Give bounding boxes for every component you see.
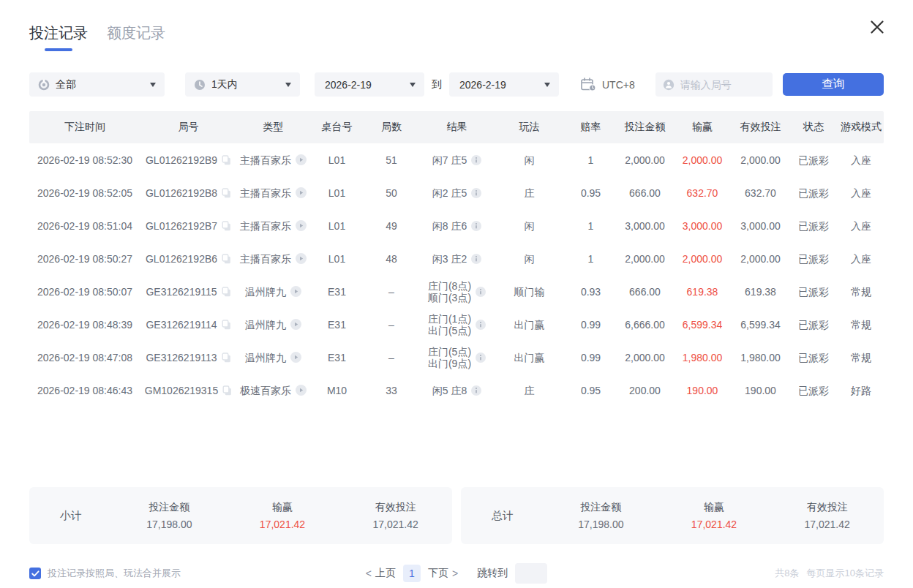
table-number-value: L01 — [328, 220, 345, 232]
table-number-value: L01 — [328, 154, 345, 166]
round-search-input[interactable] — [680, 79, 767, 91]
win-loss: 619.38 — [672, 286, 732, 298]
total-label: 总计 — [461, 509, 544, 523]
table-number-value: E31 — [328, 286, 346, 298]
next-arrow: > — [452, 568, 458, 579]
odds-value: 0.95 — [581, 385, 601, 396]
play-icon[interactable] — [290, 319, 301, 330]
play-icon[interactable] — [296, 154, 307, 165]
date-from-value: 2026-2-19 — [325, 79, 372, 91]
bet-time: 2026-02-19 08:52:05 — [29, 187, 140, 199]
table-row: 2026-02-19 08:50:27GL01262192B6主播百家乐L014… — [29, 242, 884, 275]
odds: 0.95 — [564, 187, 617, 199]
copy-icon[interactable] — [222, 385, 232, 396]
info-icon[interactable] — [471, 385, 481, 396]
copy-icon[interactable] — [222, 155, 231, 165]
play-icon[interactable] — [290, 352, 301, 363]
jump-to-input[interactable] — [515, 563, 547, 584]
round-id-value: GE3126219115 — [146, 286, 217, 298]
column-header: 有效投注 — [732, 121, 789, 134]
result-cell-value: 庄门(5点)出门(9点) — [428, 346, 471, 369]
copy-icon[interactable] — [222, 320, 231, 330]
game-mode-value: 常规 — [851, 352, 871, 363]
summary-section: 小计 投注金额 17,198.00 输赢 17,021.42 有效投注 17,0… — [29, 487, 884, 544]
total-count: 共8条 — [775, 567, 799, 580]
game-mode: 常规 — [838, 286, 884, 298]
copy-icon[interactable] — [222, 188, 231, 198]
info-icon[interactable] — [476, 287, 486, 297]
game-type: 极速百家乐 — [236, 385, 310, 396]
category-select[interactable]: 全部 — [29, 72, 165, 97]
odds: 0.99 — [564, 352, 617, 363]
play-type: 闲 — [495, 154, 564, 166]
table-number-value: M10 — [327, 385, 347, 396]
play-icon[interactable] — [296, 253, 307, 264]
date-to-label: 到 — [432, 78, 442, 91]
round-count-value: – — [388, 286, 394, 298]
table-row: 2026-02-19 08:46:43GM1026219315极速百家乐M103… — [29, 374, 884, 407]
bet-amount: 2,000.00 — [617, 154, 672, 166]
copy-icon[interactable] — [222, 221, 231, 231]
timezone-value: UTC+8 — [602, 79, 635, 91]
timezone-indicator: UTC+8 — [581, 78, 635, 91]
info-icon[interactable] — [476, 353, 486, 363]
info-icon[interactable] — [471, 221, 481, 231]
calendar-clock-icon[interactable] — [581, 78, 596, 91]
date-from-picker[interactable]: 2026-2-19 — [315, 72, 424, 97]
copy-icon[interactable] — [222, 353, 231, 363]
merge-records-checkbox[interactable] — [29, 568, 41, 579]
table-number: E31 — [310, 352, 364, 363]
bet-time-value: 2026-02-19 08:50:27 — [37, 253, 132, 265]
round-count: – — [364, 352, 419, 363]
round-count: – — [364, 319, 419, 331]
page-number[interactable]: 1 — [403, 565, 421, 582]
status-value: 已派彩 — [798, 286, 829, 298]
valid-bet: 6,599.34 — [732, 319, 789, 331]
game-mode: 入座 — [838, 187, 884, 199]
play-icon[interactable] — [290, 286, 301, 297]
play-type-value: 出门赢 — [514, 319, 545, 331]
round-id: GE3126219115 — [140, 286, 236, 298]
bet-amount: 6,666.00 — [617, 319, 672, 331]
odds-value: 1 — [588, 220, 594, 232]
win-loss: 190.00 — [672, 385, 732, 396]
info-icon[interactable] — [471, 188, 481, 198]
time-range-select[interactable]: 1天内 — [185, 72, 300, 97]
odds: 1 — [564, 154, 617, 166]
date-to-picker[interactable]: 2026-2-19 — [449, 72, 559, 97]
play-type: 庄 — [495, 385, 564, 396]
betting-records-table: 下注时间局号类型桌台号局数结果玩法赔率投注金额输赢有效投注状态游戏模式 2026… — [29, 111, 884, 480]
close-icon[interactable] — [869, 19, 887, 37]
info-icon[interactable] — [476, 320, 486, 330]
total-bet-amount: 投注金额 17,198.00 — [544, 501, 658, 530]
info-icon[interactable] — [471, 254, 481, 264]
play-icon[interactable] — [296, 220, 307, 231]
play-icon[interactable] — [296, 385, 307, 396]
query-button[interactable]: 查询 — [783, 73, 884, 96]
play-icon[interactable] — [296, 187, 307, 198]
bet-amount-value: 2,000.00 — [625, 352, 665, 363]
tab-betting-records[interactable]: 投注记录 — [29, 23, 88, 51]
tab-quota-records[interactable]: 额度记录 — [107, 23, 165, 43]
category-value: 全部 — [56, 78, 76, 91]
chevron-down-icon — [410, 83, 416, 87]
copy-icon[interactable] — [222, 254, 231, 264]
bet-amount: 666.00 — [617, 286, 672, 298]
game-mode: 好路 — [838, 385, 884, 396]
bet-time-value: 2026-02-19 08:52:30 — [37, 154, 132, 166]
prev-page-button[interactable]: < 上页 — [366, 567, 396, 580]
chevron-down-icon — [285, 83, 291, 87]
round-count-value: 50 — [386, 187, 397, 199]
table-number: L01 — [310, 220, 364, 232]
info-icon[interactable] — [471, 155, 481, 165]
subtotal-card: 小计 投注金额 17,198.00 输赢 17,021.42 有效投注 17,0… — [29, 487, 452, 544]
round-id-value: GL01262192B7 — [146, 220, 217, 232]
next-page-button[interactable]: 下页 > — [428, 567, 458, 580]
win-loss-value: 1,980.00 — [683, 352, 723, 363]
win-loss: 632.70 — [672, 187, 732, 199]
status: 已派彩 — [789, 286, 838, 298]
copy-icon[interactable] — [222, 287, 231, 297]
status: 已派彩 — [789, 385, 838, 396]
bet-time: 2026-02-19 08:52:30 — [29, 154, 140, 166]
round-id: GL01262192B8 — [140, 187, 236, 199]
